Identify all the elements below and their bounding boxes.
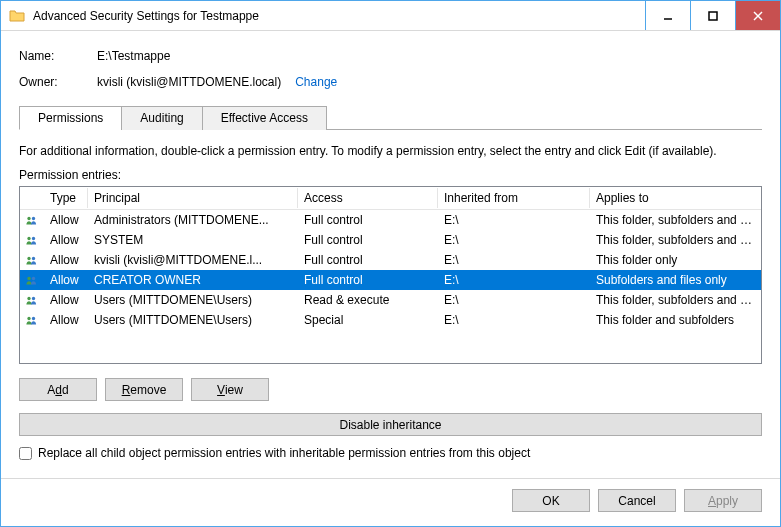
cell-access: Full control	[298, 231, 438, 249]
tab-auditing[interactable]: Auditing	[121, 106, 202, 130]
cell-type: Allow	[44, 311, 88, 329]
grid-header: Type Principal Access Inherited from App…	[20, 187, 761, 210]
tab-permissions[interactable]: Permissions	[19, 106, 122, 130]
cell-applies: This folder, subfolders and files	[590, 211, 761, 229]
cell-access: Full control	[298, 271, 438, 289]
close-button[interactable]	[735, 1, 780, 30]
cell-applies: This folder and subfolders	[590, 311, 761, 329]
cell-principal: kvisli (kvisli@MITTDOMENE.l...	[88, 251, 298, 269]
view-button[interactable]: View	[191, 378, 269, 401]
titlebar: Advanced Security Settings for Testmappe	[1, 1, 780, 31]
entries-label: Permission entries:	[19, 168, 762, 182]
svg-point-9	[32, 257, 35, 260]
table-row[interactable]: Allowkvisli (kvisli@MITTDOMENE.l...Full …	[20, 250, 761, 270]
cell-applies: This folder, subfolders and files	[590, 291, 761, 309]
table-row[interactable]: AllowUsers (MITTDOMENE\Users)SpecialE:\T…	[20, 310, 761, 330]
svg-rect-1	[709, 12, 717, 20]
principal-icon	[20, 252, 44, 268]
principal-icon	[20, 292, 44, 308]
table-row[interactable]: AllowUsers (MITTDOMENE\Users)Read & exec…	[20, 290, 761, 310]
replace-checkbox-row: Replace all child object permission entr…	[19, 446, 762, 460]
owner-field: Owner: kvisli (kvisli@MITTDOMENE.local) …	[19, 75, 762, 89]
col-type[interactable]: Type	[44, 188, 88, 208]
table-row[interactable]: AllowSYSTEMFull controlE:\This folder, s…	[20, 230, 761, 250]
cell-type: Allow	[44, 251, 88, 269]
window-title: Advanced Security Settings for Testmappe	[33, 9, 645, 23]
cell-access: Special	[298, 311, 438, 329]
principal-icon	[20, 272, 44, 288]
minimize-button[interactable]	[645, 1, 690, 30]
principal-icon	[20, 212, 44, 228]
cell-applies: This folder only	[590, 251, 761, 269]
cell-type: Allow	[44, 211, 88, 229]
cancel-button[interactable]: Cancel	[598, 489, 676, 512]
disable-inheritance-button[interactable]: Disable inheritance	[19, 413, 762, 436]
svg-point-13	[32, 297, 35, 300]
svg-point-10	[27, 277, 30, 280]
cell-inherited: E:\	[438, 311, 590, 329]
name-label: Name:	[19, 49, 97, 63]
cell-inherited: E:\	[438, 291, 590, 309]
svg-point-5	[32, 217, 35, 220]
table-row[interactable]: AllowAdministrators (MITTDOMENE...Full c…	[20, 210, 761, 230]
change-owner-link[interactable]: Change	[295, 75, 337, 89]
cell-principal: Administrators (MITTDOMENE...	[88, 211, 298, 229]
grid-body: AllowAdministrators (MITTDOMENE...Full c…	[20, 210, 761, 330]
svg-point-6	[27, 237, 30, 240]
col-access[interactable]: Access	[298, 188, 438, 208]
cell-applies: This folder, subfolders and files	[590, 231, 761, 249]
content-area: Name: E:\Testmappe Owner: kvisli (kvisli…	[1, 31, 780, 478]
owner-value: kvisli (kvisli@MITTDOMENE.local)	[97, 75, 281, 89]
cell-principal: CREATOR OWNER	[88, 271, 298, 289]
cell-access: Full control	[298, 251, 438, 269]
replace-checkbox[interactable]	[19, 447, 32, 460]
tab-effective-access[interactable]: Effective Access	[202, 106, 327, 130]
inheritance-row: Disable inheritance	[19, 413, 762, 436]
cell-inherited: E:\	[438, 251, 590, 269]
info-text: For additional information, double-click…	[19, 144, 762, 158]
cell-inherited: E:\	[438, 231, 590, 249]
add-button[interactable]: Add	[19, 378, 97, 401]
svg-point-14	[27, 317, 30, 320]
cell-inherited: E:\	[438, 211, 590, 229]
table-row[interactable]: AllowCREATOR OWNERFull controlE:\Subfold…	[20, 270, 761, 290]
cell-type: Allow	[44, 291, 88, 309]
cell-applies: Subfolders and files only	[590, 271, 761, 289]
cell-type: Allow	[44, 271, 88, 289]
cell-type: Allow	[44, 231, 88, 249]
owner-label: Owner:	[19, 75, 97, 89]
principal-icon	[20, 232, 44, 248]
dialog-buttons: OK Cancel Apply	[1, 478, 780, 526]
tab-bar: Permissions Auditing Effective Access	[19, 105, 762, 130]
cell-inherited: E:\	[438, 271, 590, 289]
security-settings-window: Advanced Security Settings for Testmappe…	[0, 0, 781, 527]
col-inherited[interactable]: Inherited from	[438, 188, 590, 208]
cell-access: Full control	[298, 211, 438, 229]
apply-button[interactable]: Apply	[684, 489, 762, 512]
svg-point-12	[27, 297, 30, 300]
cell-principal: Users (MITTDOMENE\Users)	[88, 311, 298, 329]
folder-icon	[9, 8, 25, 24]
replace-label: Replace all child object permission entr…	[38, 446, 530, 460]
svg-point-8	[27, 257, 30, 260]
ok-button[interactable]: OK	[512, 489, 590, 512]
col-principal[interactable]: Principal	[88, 188, 298, 208]
maximize-button[interactable]	[690, 1, 735, 30]
cell-access: Read & execute	[298, 291, 438, 309]
cell-principal: Users (MITTDOMENE\Users)	[88, 291, 298, 309]
principal-icon	[20, 312, 44, 328]
entry-buttons: Add Remove View	[19, 378, 762, 401]
svg-point-11	[32, 277, 35, 280]
cell-principal: SYSTEM	[88, 231, 298, 249]
name-value: E:\Testmappe	[97, 49, 170, 63]
col-applies[interactable]: Applies to	[590, 188, 761, 208]
window-controls	[645, 1, 780, 30]
remove-button[interactable]: Remove	[105, 378, 183, 401]
svg-point-7	[32, 237, 35, 240]
svg-point-4	[27, 217, 30, 220]
svg-point-15	[32, 317, 35, 320]
name-field: Name: E:\Testmappe	[19, 49, 762, 63]
permissions-grid[interactable]: Type Principal Access Inherited from App…	[19, 186, 762, 364]
col-icon	[20, 195, 44, 201]
